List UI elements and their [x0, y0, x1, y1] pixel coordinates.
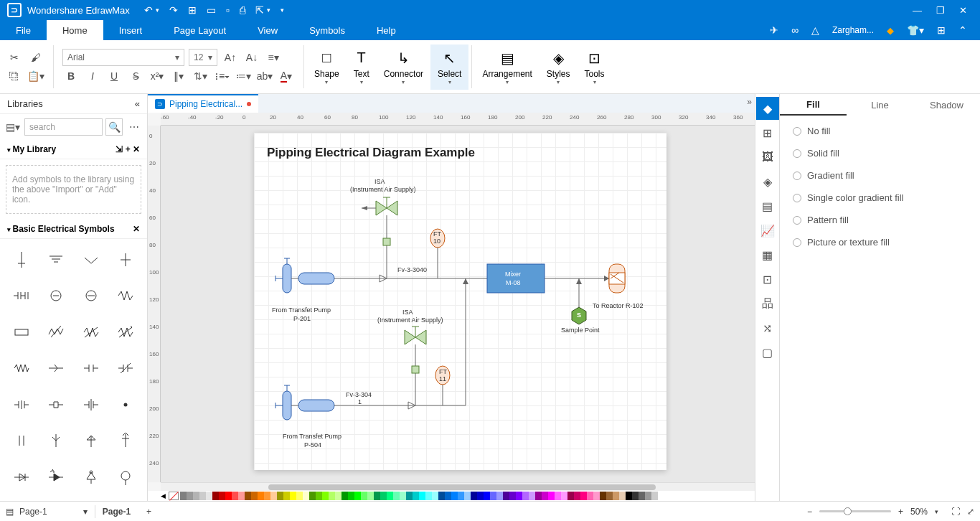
print-icon[interactable]: ⎙ [240, 4, 245, 16]
export-dropdown-icon[interactable]: ▾ [267, 6, 270, 14]
color-swatch[interactable] [212, 492, 219, 500]
symbol-item[interactable] [74, 243, 108, 276]
color-swatch[interactable] [296, 492, 303, 500]
my-library-label[interactable]: My Library [13, 144, 57, 154]
color-swatch[interactable] [632, 492, 639, 500]
chart-icon[interactable]: 📈 [756, 219, 779, 242]
layers-icon[interactable]: ◈ [756, 170, 779, 193]
color-swatch[interactable] [626, 492, 632, 500]
window-close-icon[interactable]: ✕ [959, 5, 967, 16]
redo-icon[interactable]: ↷ [169, 4, 178, 16]
tool-tools[interactable]: ⊡Tools▾ [578, 44, 612, 90]
case-icon[interactable]: ab▾ [256, 67, 273, 85]
color-swatch[interactable] [393, 492, 400, 500]
zoom-in-icon[interactable]: + [898, 507, 903, 517]
font-size-select[interactable]: 12▾ [189, 49, 217, 66]
tool-text[interactable]: TText▾ [347, 44, 377, 90]
color-swatch[interactable] [413, 492, 419, 500]
color-swatch[interactable] [406, 492, 413, 500]
copy-icon[interactable]: ⿻ [6, 67, 23, 85]
cut-icon[interactable]: ✂ [6, 49, 23, 66]
color-swatch[interactable] [335, 492, 341, 500]
color-swatch[interactable] [580, 492, 587, 500]
symbol-item[interactable] [4, 352, 39, 385]
color-swatch[interactable] [484, 492, 490, 500]
align-icon[interactable]: ≡▾ [265, 49, 282, 66]
tab-file[interactable]: File [0, 20, 47, 40]
color-swatch[interactable] [458, 492, 464, 500]
window-minimize-icon[interactable]: — [913, 5, 922, 16]
symbol-item[interactable] [74, 352, 108, 385]
import-icon[interactable]: ⇲ [116, 144, 123, 154]
symbol-item[interactable] [4, 424, 39, 457]
tab-home[interactable]: Home [47, 20, 103, 40]
collapse-libraries-icon[interactable]: « [135, 98, 140, 109]
close-symbols-icon[interactable]: ✕ [133, 224, 140, 234]
page-list-icon[interactable]: ▤ [6, 507, 14, 517]
color-swatch[interactable] [509, 492, 516, 500]
image-icon[interactable]: 🖼 [756, 146, 779, 169]
fit-page-icon[interactable]: ⛶ [951, 507, 960, 517]
color-swatch[interactable] [322, 492, 329, 500]
color-swatch[interactable] [477, 492, 484, 500]
new-icon[interactable]: ⊞ [188, 4, 197, 16]
color-swatch[interactable] [451, 492, 458, 500]
symbol-item[interactable] [108, 424, 143, 457]
color-swatch[interactable] [238, 492, 245, 500]
color-swatch[interactable] [529, 492, 535, 500]
color-swatch[interactable] [658, 492, 664, 500]
color-swatch[interactable] [419, 492, 425, 500]
zoom-slider[interactable] [819, 510, 891, 512]
shirt-icon[interactable]: 👕▾ [907, 24, 924, 36]
color-swatch[interactable] [425, 492, 432, 500]
h-scrollbar[interactable] [161, 482, 755, 491]
color-swatch[interactable] [574, 492, 580, 500]
export-icon[interactable]: ⇱ [255, 4, 264, 16]
color-swatch[interactable] [270, 492, 277, 500]
color-swatch[interactable] [225, 492, 232, 500]
symbol-item[interactable] [39, 316, 73, 349]
tab-view[interactable]: View [242, 20, 293, 40]
spacing-icon[interactable]: ‖▾ [170, 67, 187, 85]
color-swatch[interactable] [606, 492, 613, 500]
line-height-icon[interactable]: ⇅▾ [192, 67, 209, 85]
no-color-swatch[interactable] [169, 492, 179, 500]
indent-icon[interactable]: ⫶≡▾ [213, 67, 230, 85]
add-icon[interactable]: + [126, 144, 131, 154]
table-icon[interactable]: ▦ [756, 243, 779, 266]
symbol-item[interactable] [108, 352, 143, 385]
color-swatch[interactable] [193, 492, 199, 500]
color-swatch[interactable] [245, 492, 251, 500]
color-swatch[interactable] [490, 492, 496, 500]
undo-dropdown-icon[interactable]: ▾ [156, 6, 159, 14]
underline-icon[interactable]: U [105, 67, 123, 85]
window-restore-icon[interactable]: ❐ [936, 5, 945, 16]
tree-icon[interactable]: 品 [756, 292, 779, 315]
apps-icon[interactable]: ⊞ [937, 24, 946, 36]
color-swatch[interactable] [354, 492, 361, 500]
color-swatch[interactable] [639, 492, 645, 500]
color-swatch[interactable] [464, 492, 471, 500]
color-swatch[interactable] [535, 492, 542, 500]
increase-font-icon[interactable]: A↑ [222, 49, 239, 66]
save-icon[interactable]: ▫ [226, 4, 230, 16]
symbol-item[interactable] [39, 352, 73, 385]
symbol-item[interactable] [74, 279, 108, 312]
symbol-item[interactable] [74, 388, 108, 421]
color-swatch[interactable] [503, 492, 509, 500]
fill-option-texture[interactable]: Picture or texture fill [793, 237, 967, 248]
symbol-item[interactable] [108, 243, 143, 276]
fill-option-gradient[interactable]: Gradient fill [793, 170, 967, 181]
color-swatch[interactable] [645, 492, 651, 500]
color-swatch[interactable] [206, 492, 212, 500]
color-swatch[interactable] [277, 492, 283, 500]
tool-arrangement[interactable]: ▤Arrangement▾ [475, 44, 539, 90]
color-swatch[interactable] [367, 492, 374, 500]
search-icon[interactable]: 🔍 [105, 118, 123, 136]
grid-icon[interactable]: ⊞ [756, 121, 779, 144]
symbol-item[interactable] [74, 424, 108, 457]
symbol-item[interactable] [108, 316, 143, 349]
color-swatch[interactable] [438, 492, 445, 500]
color-swatch[interactable] [303, 492, 309, 500]
symbol-item[interactable] [39, 461, 73, 494]
